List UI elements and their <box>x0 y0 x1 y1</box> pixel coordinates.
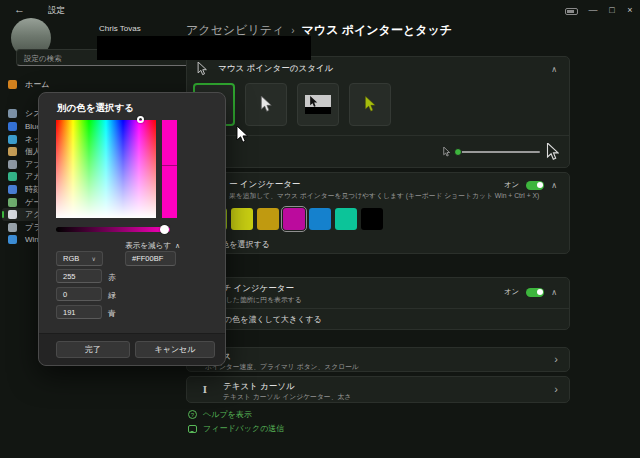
done-button[interactable]: 完了 <box>56 341 130 358</box>
breadcrumb-parent[interactable]: アクセシビリティ <box>186 23 284 37</box>
windows-update-icon <box>8 235 17 244</box>
redacted-email <box>97 36 311 60</box>
accounts-icon <box>8 172 17 181</box>
chevron-right-icon: › <box>554 353 558 365</box>
pointer-indicator-desc: 果を追加して、マウス ポインターを見つけやすくします (キーボード ショートカッ… <box>229 191 539 201</box>
feedback-icon <box>188 425 197 433</box>
battery-icon <box>565 8 578 15</box>
color-swatch[interactable] <box>309 208 331 230</box>
mouse-row-desc: ポインター速度、プライマリ ボタン、スクロール <box>205 362 359 372</box>
value-slider-thumb[interactable] <box>160 225 169 234</box>
sidebar-item-home[interactable]: ホーム <box>2 78 194 91</box>
mouse-pointer-icon <box>197 62 207 76</box>
dialog-title: 別の色を選択する <box>57 102 134 115</box>
chevron-up-icon[interactable]: ∧ <box>551 181 557 190</box>
mouse-cursor <box>236 126 248 144</box>
value-slider[interactable] <box>56 227 170 232</box>
gaming-icon <box>8 198 17 207</box>
pointer-size-slider[interactable] <box>456 151 540 153</box>
text-cursor-desc: テキスト カーソル インジケーター、太さ <box>223 392 351 402</box>
feedback-link[interactable]: フィードバックの送信 <box>188 423 284 434</box>
value-bar[interactable] <box>162 120 177 218</box>
large-cursor-icon <box>546 143 559 161</box>
saturation-value-picker[interactable] <box>56 120 156 218</box>
pointer-indicator-toggle[interactable] <box>526 181 544 190</box>
time-language-icon <box>8 185 17 194</box>
color-swatch[interactable] <box>257 208 279 230</box>
pointer-indicator-card: ー インジケーター 果を追加して、マウス ポインターを見つけやすくします (キー… <box>186 172 570 254</box>
chevron-up-icon: ∧ <box>175 242 180 250</box>
search-placeholder: 設定の検索 <box>24 54 62 64</box>
blue-input[interactable]: 191 <box>56 305 102 319</box>
pointer-style-inverted[interactable] <box>297 83 339 126</box>
chevron-up-icon[interactable]: ∧ <box>551 65 557 74</box>
titlebar: ← 設定 — □ × <box>0 0 640 22</box>
network-icon <box>8 135 17 144</box>
touch-circle-option[interactable]: 円の色を濃くして大きくする <box>216 314 322 325</box>
color-model-select[interactable]: RGB ∨ <box>56 251 103 266</box>
home-icon <box>8 80 17 89</box>
maximize-button[interactable]: □ <box>603 2 621 18</box>
privacy-icon <box>8 223 17 232</box>
toggle-state-label: オン <box>504 287 519 297</box>
text-cursor-icon: I <box>198 383 212 395</box>
color-swatch[interactable] <box>231 208 253 230</box>
back-button[interactable]: ← <box>14 3 25 15</box>
slider-thumb[interactable] <box>454 148 462 156</box>
pointer-style-green[interactable] <box>349 83 391 126</box>
show-less-link[interactable]: 表示を減らす ∧ <box>125 241 180 251</box>
picker-ring[interactable] <box>137 116 144 123</box>
toggle-state-label: オン <box>504 180 519 190</box>
help-icon: ? <box>188 410 197 419</box>
green-input[interactable]: 0 <box>56 287 102 301</box>
text-cursor-row[interactable]: I テキスト カーソル テキスト カーソル インジケーター、太さ › <box>186 376 570 403</box>
color-swatch[interactable] <box>283 208 305 230</box>
pointer-style-white[interactable] <box>245 83 287 126</box>
blue-label: 青 <box>108 308 116 319</box>
pointer-indicator-title: ー インジケーター <box>229 179 300 191</box>
app-title: 設定 <box>48 5 65 17</box>
user-name: Chris Tovas <box>99 24 141 33</box>
close-button[interactable]: × <box>621 2 639 18</box>
chevron-down-icon: ∨ <box>92 255 96 262</box>
color-swatch[interactable] <box>335 208 357 230</box>
help-link[interactable]: ? ヘルプを表示 <box>188 409 252 420</box>
pointer-style-title: マウス ポインターのスタイル <box>218 63 333 75</box>
system-icon <box>8 109 17 118</box>
pointer-style-card: マウス ポインターのスタイル ∧ <box>186 56 570 168</box>
settings-window: ← 設定 — □ × Chris Tovas 設定の検索 ホーム システム Bl… <box>0 0 640 458</box>
chevron-up-icon[interactable]: ∧ <box>551 288 557 297</box>
color-picker-dialog: 別の色を選択する 表示を減らす ∧ RGB ∨ #FF00BF 255 赤 0 … <box>38 92 226 366</box>
accessibility-icon <box>8 210 17 219</box>
red-label: 赤 <box>108 272 116 283</box>
color-swatch[interactable] <box>361 208 383 230</box>
small-cursor-icon <box>443 147 450 157</box>
page-title: マウス ポインターとタッチ <box>302 23 452 37</box>
chevron-right-icon: › <box>554 383 558 395</box>
apps-icon <box>8 160 17 169</box>
red-input[interactable]: 255 <box>56 269 102 283</box>
green-label: 緑 <box>108 290 116 301</box>
bluetooth-icon <box>8 122 17 131</box>
hex-input[interactable]: #FF00BF <box>125 251 176 266</box>
inverted-cursor-icon <box>305 95 331 114</box>
white-cursor-icon <box>260 96 272 113</box>
touch-indicator-card: タッチ インジケーター タッチした箇所に円を表示する オン ∧ 円の色を濃くして… <box>186 277 570 330</box>
green-cursor-icon <box>364 96 376 113</box>
touch-indicator-toggle[interactable] <box>526 288 544 297</box>
indicator-color-swatches <box>205 208 383 230</box>
personalization-icon <box>8 147 17 156</box>
mouse-settings-row[interactable]: マウス ポインター速度、プライマリ ボタン、スクロール › <box>186 347 570 372</box>
cancel-button[interactable]: キャンセル <box>135 341 215 358</box>
dialog-footer: 完了 キャンセル <box>39 333 225 365</box>
minimize-button[interactable]: — <box>584 2 602 18</box>
